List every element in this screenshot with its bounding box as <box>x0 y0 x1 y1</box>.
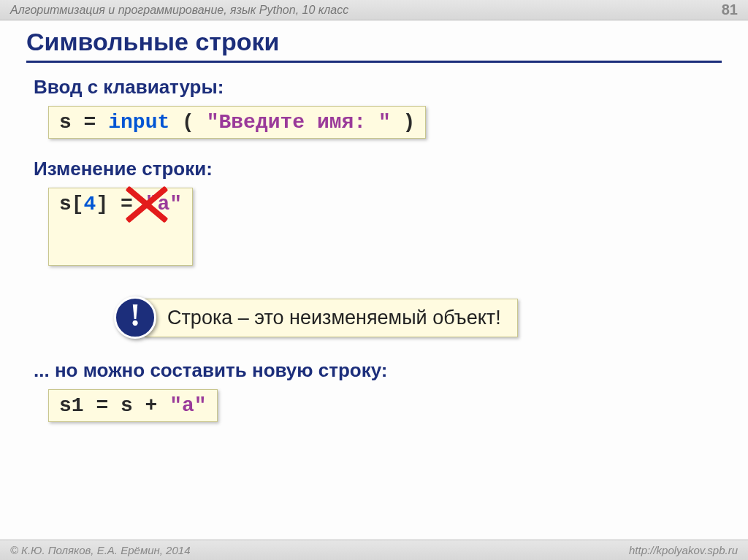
exclamation-icon: ! <box>114 296 156 339</box>
code-compose-example: s1 = s + "a" <box>48 389 218 422</box>
footer-bar: © К.Ю. Поляков, Е.А. Ерёмин, 2014 http:/… <box>0 540 748 560</box>
code-input-example: s = input ( "Введите имя: " ) <box>48 106 426 139</box>
copyright-icon: © <box>10 544 18 556</box>
copyright-text: К.Ю. Поляков, Е.А. Ерёмин, 2014 <box>21 544 190 556</box>
slide-title: Символьные строки <box>26 28 722 63</box>
section-modify-heading: Изменение строки: <box>34 158 722 180</box>
section-input-heading: Ввод с клавиатуры: <box>34 76 722 99</box>
code-modify-example: s[4] = "a" <box>48 188 193 266</box>
callout-text: Строка – это неизменяемый объект! <box>145 299 518 337</box>
section-compose-heading: ... но можно составить новую строку: <box>34 359 722 382</box>
header-bar: Алгоритмизация и программирование, язык … <box>0 0 748 20</box>
course-title: Алгоритмизация и программирование, язык … <box>10 4 348 17</box>
footer-url: http://kpolyakov.spb.ru <box>629 544 738 556</box>
copyright: © К.Ю. Поляков, Е.А. Ерёмин, 2014 <box>10 544 190 556</box>
page-number: 81 <box>722 1 738 18</box>
callout: ! Строка – это неизменяемый объект! <box>114 296 722 339</box>
slide-content: Символьные строки Ввод с клавиатуры: s =… <box>0 20 748 437</box>
